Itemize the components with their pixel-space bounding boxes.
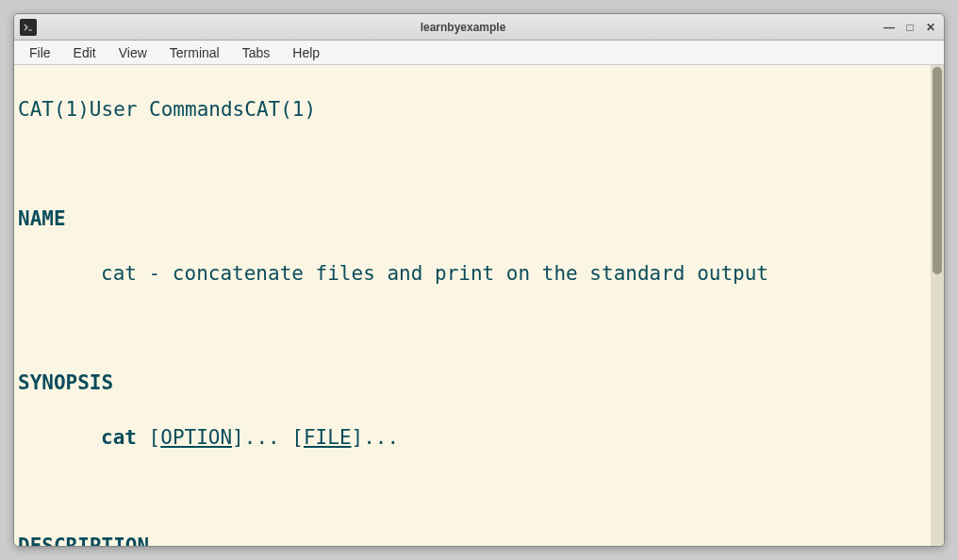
- menubar: File Edit View Terminal Tabs Help: [14, 41, 944, 65]
- section-synopsis: SYNOPSIS: [18, 370, 927, 397]
- menu-help[interactable]: Help: [283, 43, 329, 62]
- menu-view[interactable]: View: [109, 43, 157, 62]
- menu-terminal[interactable]: Terminal: [160, 43, 229, 62]
- scrollbar[interactable]: [931, 65, 944, 546]
- terminal-area: CAT(1)User CommandsCAT(1) NAME cat - con…: [14, 65, 944, 546]
- terminal-content[interactable]: CAT(1)User CommandsCAT(1) NAME cat - con…: [14, 65, 931, 546]
- menu-edit[interactable]: Edit: [64, 43, 106, 62]
- man-header-right: CAT(1): [244, 98, 316, 121]
- section-description: DESCRIPTION: [18, 533, 927, 546]
- synopsis-cmd: cat: [101, 426, 137, 449]
- man-header-left: CAT(1): [18, 98, 90, 121]
- menu-tabs[interactable]: Tabs: [233, 43, 280, 62]
- minimize-button[interactable]: —: [882, 21, 897, 34]
- scrollbar-thumb[interactable]: [933, 67, 942, 274]
- terminal-window: learnbyexample — □ ✕ File Edit View Term…: [13, 13, 945, 547]
- terminal-icon: [20, 19, 37, 36]
- titlebar[interactable]: learnbyexample — □ ✕: [14, 14, 944, 41]
- synopsis-option: OPTION: [160, 426, 232, 449]
- synopsis-file: FILE: [304, 426, 352, 449]
- window-controls: — □ ✕: [882, 21, 938, 34]
- man-header-center: User Commands: [90, 98, 244, 121]
- name-description: cat - concatenate files and print on the…: [18, 260, 927, 288]
- maximize-button[interactable]: □: [902, 21, 917, 34]
- close-button[interactable]: ✕: [923, 21, 938, 34]
- section-name: NAME: [18, 206, 927, 233]
- menu-file[interactable]: File: [20, 43, 60, 62]
- window-title: learnbyexample: [44, 21, 882, 34]
- synopsis-line: cat [OPTION]... [FILE]...: [18, 424, 927, 452]
